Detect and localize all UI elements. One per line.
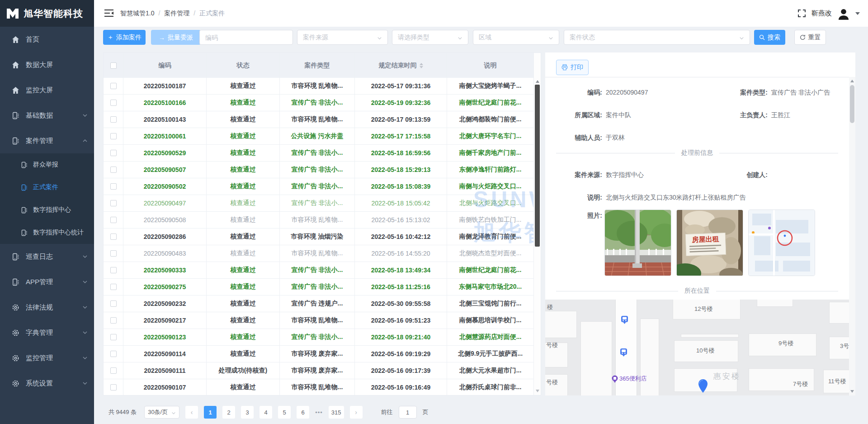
reset-button[interactable]: 重置 — [794, 30, 826, 45]
next-page-button[interactable]: › — [350, 406, 363, 419]
sidebar-item-10[interactable]: 系统设置 — [0, 371, 94, 396]
sidebar-subitem[interactable]: 数字指挥中心统计 — [0, 221, 94, 244]
table-row[interactable]: 202205090275核查通过宣传广告 非法小...2022-05-18 11… — [104, 279, 541, 295]
sidebar-item-3[interactable]: 基础数据 — [0, 103, 94, 128]
last-page-button[interactable]: 315 — [329, 406, 344, 419]
row-checkbox[interactable] — [110, 133, 117, 139]
gear-icon — [12, 329, 19, 337]
table-row[interactable]: 202205090217核查通过市容环境 乱堆物...2022-05-16 09… — [104, 312, 541, 329]
add-case-button[interactable]: ＋添加案件 — [103, 30, 146, 45]
table-row[interactable]: 202205090483核查通过市容环境 乱堆物...2022-05-16 14… — [104, 245, 541, 262]
sidebar-subitem[interactable]: 正式案件 — [0, 176, 94, 199]
table-row[interactable]: 202205090507核查通过宣传广告 非法小...2022-05-18 15… — [104, 162, 541, 178]
table-row[interactable]: 202205090286核查通过市容环境 油烟污染2022-05-16 10:4… — [104, 229, 541, 245]
table-row[interactable]: 202205090232核查通过宣传广告 违规户...2022-05-30 09… — [104, 295, 541, 312]
table-row[interactable]: 202205100187核查通过市容环境 乱堆物...2022-05-17 09… — [104, 78, 541, 95]
search-button[interactable]: 搜索 — [754, 30, 785, 45]
sidebar-subitem[interactable]: 群众举报 — [0, 153, 94, 176]
sidebar-item-0[interactable]: 首页 — [0, 27, 94, 52]
table-row[interactable]: 202205090114核查通过市容环境 废弃家...2022-05-16 09… — [104, 346, 541, 362]
fullscreen-icon[interactable] — [797, 9, 806, 18]
row-checkbox[interactable] — [110, 367, 117, 374]
table-row[interactable]: 202205090107核查通过市容环境 乱堆物...2022-05-16 09… — [104, 379, 541, 395]
select-all-checkbox[interactable] — [110, 62, 117, 69]
batch-dispatch-button[interactable]: →批量委派 — [151, 30, 201, 45]
sidebar-item-9[interactable]: 监控管理 — [0, 345, 94, 371]
page-button-5[interactable]: 5 — [278, 406, 291, 419]
row-checkbox[interactable] — [110, 334, 117, 340]
sort-icon[interactable] — [420, 63, 423, 68]
scrollbar-thumb[interactable] — [535, 85, 540, 247]
map-thumbnail-photo[interactable] — [748, 210, 815, 276]
sidebar-item-6[interactable]: APP管理 — [0, 269, 94, 295]
chevron-down-icon[interactable] — [855, 12, 860, 15]
print-button[interactable]: 打印 — [556, 60, 589, 75]
table-row[interactable]: 202205090529核查通过宣传广告 非法小...2022-05-18 16… — [104, 145, 541, 162]
area-select[interactable]: 区域 — [473, 30, 559, 45]
page-button-6[interactable]: 6 — [297, 406, 309, 419]
scroll-down-icon[interactable] — [850, 390, 854, 393]
scrollbar-thumb[interactable] — [850, 85, 854, 123]
sidebar-item-2[interactable]: 监控大屏 — [0, 77, 94, 103]
page-button-1[interactable]: 1 — [204, 406, 217, 419]
table-row[interactable]: 202205090111处理成功(待核查)市容环境 废弃家...2022-05-… — [104, 362, 541, 379]
breadcrumb-root[interactable]: 智慧城管1.0 — [120, 10, 154, 18]
row-checkbox[interactable] — [110, 317, 117, 324]
row-checkbox[interactable] — [110, 250, 117, 257]
scroll-up-icon[interactable] — [850, 80, 854, 82]
code-input[interactable] — [199, 30, 293, 45]
row-checkbox[interactable] — [110, 83, 117, 89]
header-deadline[interactable]: 规定结束时间 — [355, 53, 447, 78]
row-checkbox[interactable] — [110, 284, 117, 290]
cell-desc: 南侧大宝烧烤羊蝎子... — [447, 78, 533, 94]
collapse-sidebar-icon[interactable] — [104, 9, 114, 17]
page-button-3[interactable]: 3 — [241, 406, 254, 419]
sidebar-subitem[interactable]: 数字指挥中心 — [0, 199, 94, 221]
sidebar-item-4[interactable]: 案件管理 — [0, 128, 94, 153]
row-checkbox[interactable] — [110, 116, 117, 123]
goto-page-input[interactable] — [399, 406, 417, 419]
row-checkbox[interactable] — [110, 384, 117, 391]
table-scrollbar[interactable] — [533, 53, 541, 395]
scroll-up-icon[interactable] — [536, 80, 539, 83]
page-size-select[interactable]: 30条/页 — [144, 406, 179, 419]
avatar[interactable] — [837, 7, 850, 20]
table-row[interactable]: 202205090333核查通过宣传广告 非法小...2022-05-18 13… — [104, 262, 541, 279]
case-table-body: 202205100187核查通过市容环境 乱堆物...2022-05-17 09… — [104, 78, 541, 395]
location-map[interactable]: 楼12号楼号楼9号楼3号10号楼号楼惠安楼7号楼11号楼 365便利店 — [545, 300, 849, 395]
row-checkbox[interactable] — [110, 351, 117, 357]
row-checkbox[interactable] — [110, 233, 117, 240]
sidebar-item-7[interactable]: 法律法规 — [0, 295, 94, 320]
rental-ad-photo[interactable]: 房屋出租 — [676, 210, 743, 276]
row-checkbox[interactable] — [110, 100, 117, 106]
prev-page-button[interactable]: ‹ — [185, 406, 198, 419]
case-status-select[interactable]: 案件状态 — [564, 30, 750, 45]
row-checkbox[interactable] — [110, 150, 117, 156]
page-button-2[interactable]: 2 — [222, 406, 235, 419]
case-type-select[interactable]: 请选择类型 — [392, 30, 468, 45]
username[interactable]: 靳燕改 — [811, 9, 832, 18]
table-row[interactable]: 202205090502核查通过宣传广告 非法小...2022-05-18 15… — [104, 178, 541, 195]
row-checkbox[interactable] — [110, 267, 117, 273]
table-row[interactable]: 202205100166核查通过宣传广告 非法小...2022-05-19 09… — [104, 95, 541, 111]
row-checkbox[interactable] — [110, 200, 117, 206]
pages-ellipsis[interactable]: ••• — [315, 409, 323, 416]
sidebar-item-8[interactable]: 字典管理 — [0, 320, 94, 345]
row-checkbox[interactable] — [110, 300, 117, 307]
sidebar-item-1[interactable]: 数据大屏 — [0, 52, 94, 77]
table-row[interactable]: 202205090123核查通过宣传广告 非法小...2022-05-18 09… — [104, 329, 541, 346]
table-row[interactable]: 202205090497核查通过宣传广告 非法小...2022-05-18 15… — [104, 195, 541, 212]
table-row[interactable]: 202205090508核查通过市容环境 乱堆物...2022-05-16 15… — [104, 212, 541, 229]
page-button-4[interactable]: 4 — [259, 406, 272, 419]
breadcrumb-parent[interactable]: 案件管理 — [164, 10, 189, 18]
row-checkbox[interactable] — [110, 183, 117, 190]
row-checkbox[interactable] — [110, 167, 117, 173]
table-row[interactable]: 202205100143核查通过市容环境 乱堆物...2022-05-17 09… — [104, 111, 541, 128]
street-pole-photo[interactable] — [604, 210, 671, 276]
table-row[interactable]: 202205100061核查通过公共设施 污水井盖2022-05-17 17:1… — [104, 128, 541, 145]
row-checkbox[interactable] — [110, 217, 117, 223]
detail-scrollbar[interactable] — [849, 77, 855, 395]
case-source-select[interactable]: 案件来源 — [297, 30, 388, 45]
scroll-down-icon[interactable] — [536, 390, 539, 392]
sidebar-item-5[interactable]: 巡查日志 — [0, 244, 94, 269]
